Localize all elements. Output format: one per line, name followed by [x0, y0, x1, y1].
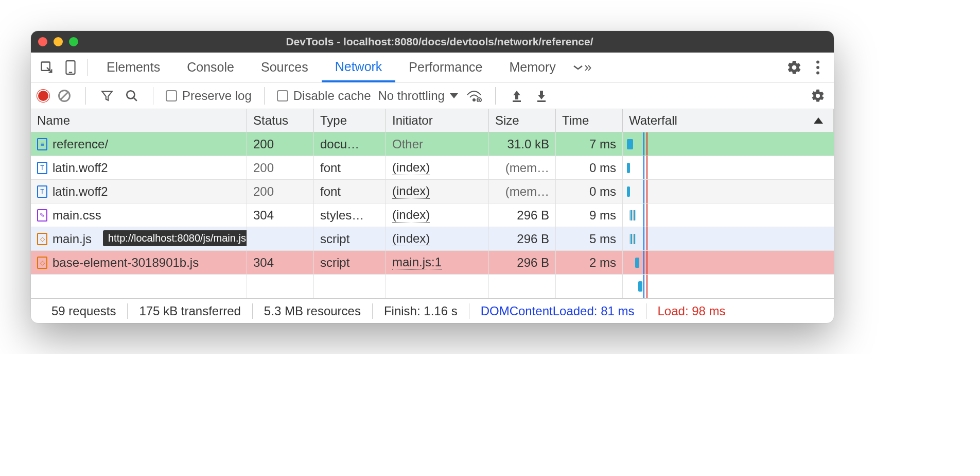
col-type[interactable]: Type [314, 109, 386, 132]
svg-point-3 [816, 60, 819, 63]
svg-point-5 [816, 71, 819, 74]
tab-console[interactable]: Console [173, 53, 248, 82]
network-toolbar: Preserve log Disable cache No throttling [31, 82, 834, 109]
svg-line-7 [61, 92, 68, 99]
tab-network[interactable]: Network [322, 53, 396, 82]
status-bar: 59 requests 175 kB transferred 5.3 MB re… [31, 298, 834, 323]
device-icon[interactable] [59, 56, 82, 79]
panel-tabs: ElementsConsoleSourcesNetworkPerformance… [31, 53, 834, 82]
initiator-cell[interactable]: main.js:1 [386, 251, 489, 275]
font-file-icon: T [37, 162, 47, 174]
maximize-icon[interactable] [69, 37, 78, 46]
waterfall-cell [623, 227, 834, 251]
tab-memory[interactable]: Memory [496, 53, 569, 82]
time-cell: 2 ms [556, 251, 623, 275]
more-tabs-icon[interactable]: » [569, 56, 593, 79]
font-file-icon: T [37, 185, 47, 198]
name-cell[interactable]: ◇base-element-3018901b.js [31, 251, 247, 275]
col-name[interactable]: Name [31, 109, 247, 132]
tab-performance[interactable]: Performance [395, 53, 496, 82]
status-cell: 200 [247, 156, 314, 180]
requests-count: 59 requests [40, 304, 127, 318]
size-cell: 296 B [489, 203, 556, 227]
throttling-select[interactable]: No throttling [378, 89, 458, 103]
col-status[interactable]: Status [247, 109, 314, 132]
js-file-icon: ◇ [37, 257, 47, 269]
load-time: Load: 98 ms [646, 304, 737, 318]
waterfall-cell [623, 132, 834, 156]
traffic-lights [38, 37, 78, 46]
size-cell: (mem… [489, 156, 556, 180]
waterfall-cell [623, 203, 834, 227]
col-time[interactable]: Time [556, 109, 623, 132]
waterfall-cell [623, 275, 834, 298]
initiator-cell[interactable]: (index) [386, 180, 489, 203]
initiator-cell[interactable]: (index) [386, 156, 489, 180]
svg-line-9 [133, 97, 137, 101]
sort-ascending-icon [814, 117, 823, 124]
svg-rect-12 [513, 100, 521, 102]
divider [87, 59, 88, 76]
transferred-size: 175 kB transferred [128, 304, 252, 318]
status-cell: 200 [247, 180, 314, 203]
name-cell[interactable]: ◇main.jshttp://localhost:8080/js/main.js [31, 227, 247, 251]
css-file-icon: ✎ [37, 209, 47, 222]
minimize-icon[interactable] [54, 37, 63, 46]
col-size[interactable]: Size [489, 109, 556, 132]
time-cell: 9 ms [556, 203, 623, 227]
tooltip: http://localhost:8080/js/main.js [103, 230, 247, 246]
upload-har-icon[interactable] [508, 87, 526, 105]
status-cell: 304 [247, 251, 314, 275]
tab-sources[interactable]: Sources [248, 53, 322, 82]
devtools-window: DevTools - localhost:8080/docs/devtools/… [31, 31, 834, 323]
finish-time: Finish: 1.16 s [373, 304, 469, 318]
download-har-icon[interactable] [533, 87, 550, 105]
search-icon[interactable] [123, 87, 141, 105]
inspect-icon[interactable] [35, 56, 59, 79]
size-cell: 31.0 kB [489, 132, 556, 156]
type-cell: font [314, 180, 386, 203]
network-conditions-icon[interactable] [465, 87, 483, 105]
doc-file-icon: ≡ [37, 138, 47, 150]
waterfall-cell [623, 251, 834, 275]
network-table: Name Status Type Initiator Size Time Wat… [31, 109, 834, 298]
tab-elements[interactable]: Elements [93, 53, 173, 82]
disable-cache-checkbox[interactable]: Disable cache [277, 89, 371, 103]
name-cell[interactable]: ✎main.css [31, 203, 247, 227]
initiator-cell[interactable]: (index) [386, 203, 489, 227]
resources-size: 5.3 MB resources [253, 304, 372, 318]
svg-point-4 [816, 66, 819, 69]
time-cell: 7 ms [556, 132, 623, 156]
initiator-cell: Other [386, 132, 489, 156]
svg-rect-13 [537, 100, 546, 102]
chevron-down-icon [450, 93, 458, 98]
status-cell: 200 [247, 132, 314, 156]
clear-icon[interactable] [56, 87, 73, 105]
settings-icon[interactable] [782, 56, 806, 79]
filter-icon[interactable] [98, 87, 116, 105]
col-waterfall[interactable]: Waterfall [623, 109, 834, 132]
type-cell: docu… [314, 132, 386, 156]
js-file-icon: ◇ [37, 233, 47, 245]
size-cell: 296 B [489, 251, 556, 275]
name-cell[interactable]: Tlatin.woff2 [31, 156, 247, 180]
record-icon[interactable] [38, 91, 48, 101]
time-cell: 0 ms [556, 180, 623, 203]
waterfall-cell [623, 180, 834, 203]
size-cell: 296 B [489, 227, 556, 251]
status-cell [247, 227, 314, 251]
close-icon[interactable] [38, 37, 47, 46]
window-title: DevTools - localhost:8080/docs/devtools/… [89, 36, 827, 48]
type-cell: script [314, 227, 386, 251]
initiator-cell[interactable]: (index) [386, 227, 489, 251]
titlebar: DevTools - localhost:8080/docs/devtools/… [31, 31, 834, 53]
waterfall-cell [623, 156, 834, 180]
panel-settings-icon[interactable] [809, 87, 827, 105]
dcl-time: DOMContentLoaded: 81 ms [469, 304, 646, 318]
name-cell[interactable]: ≡reference/ [31, 132, 247, 156]
preserve-log-checkbox[interactable]: Preserve log [166, 89, 252, 103]
col-initiator[interactable]: Initiator [386, 109, 489, 132]
svg-point-10 [473, 99, 475, 101]
name-cell[interactable]: Tlatin.woff2 [31, 180, 247, 203]
kebab-menu-icon[interactable] [806, 56, 830, 79]
